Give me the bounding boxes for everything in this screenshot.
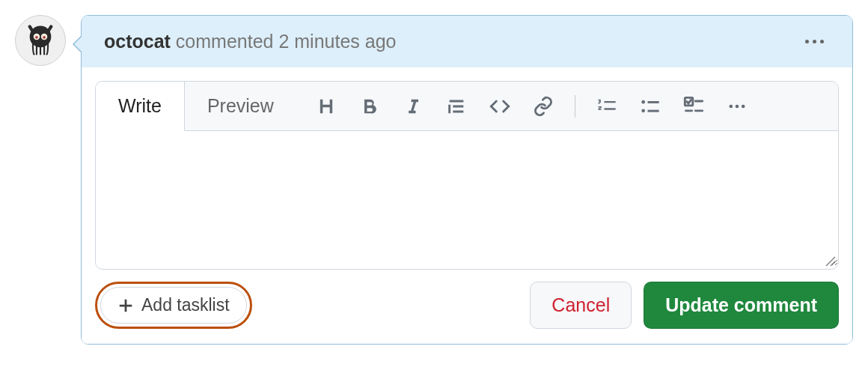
- tab-preview[interactable]: Preview: [185, 82, 296, 130]
- link-icon[interactable]: [531, 94, 555, 118]
- comment-action: commented: [176, 31, 274, 52]
- comment-header-text: octocat commented 2 minutes ago: [104, 31, 396, 52]
- bullet-list-icon[interactable]: [638, 94, 662, 118]
- formatting-toolbar: [296, 82, 838, 130]
- footer-row: Add tasklist Cancel Update comment: [95, 282, 839, 329]
- svg-point-4: [43, 36, 46, 39]
- svg-point-11: [735, 104, 739, 108]
- toolbar-row: Write Preview: [96, 82, 838, 131]
- toolbar-divider: [575, 95, 575, 118]
- cancel-button[interactable]: Cancel: [530, 282, 632, 329]
- comment-box: octocat commented 2 minutes ago Write Pr…: [81, 15, 853, 345]
- avatar[interactable]: [15, 15, 66, 66]
- svg-point-10: [729, 104, 733, 108]
- heading-icon[interactable]: [314, 94, 338, 118]
- add-tasklist-label: Add tasklist: [141, 295, 230, 315]
- comment-textarea[interactable]: [96, 131, 838, 266]
- tasklist-icon[interactable]: [682, 94, 706, 118]
- plus-icon: [117, 297, 134, 314]
- footer-actions: Cancel Update comment: [530, 282, 839, 329]
- comment-body: Write Preview: [82, 67, 852, 344]
- timeline-item: octocat commented 2 minutes ago Write Pr…: [15, 15, 853, 345]
- numbered-list-icon[interactable]: [595, 94, 619, 118]
- comment-header: octocat commented 2 minutes ago: [82, 16, 852, 67]
- quote-icon[interactable]: [444, 94, 468, 118]
- comment-timestamp: 2 minutes ago: [278, 31, 396, 52]
- svg-point-5: [641, 100, 645, 103]
- add-tasklist-button[interactable]: Add tasklist: [100, 287, 247, 324]
- kebab-menu-icon[interactable]: [799, 34, 830, 49]
- bold-icon[interactable]: [358, 94, 382, 118]
- textarea-wrap: [96, 131, 838, 269]
- update-comment-button[interactable]: Update comment: [644, 282, 839, 329]
- code-icon[interactable]: [488, 94, 512, 118]
- add-tasklist-highlight: Add tasklist: [95, 282, 252, 329]
- tab-write[interactable]: Write: [96, 82, 185, 131]
- italic-icon[interactable]: [401, 94, 425, 118]
- editor-container: Write Preview: [95, 81, 839, 270]
- svg-rect-7: [647, 101, 658, 103]
- more-icon[interactable]: [725, 94, 749, 118]
- octocat-icon: [20, 20, 61, 61]
- svg-point-6: [641, 109, 645, 112]
- svg-point-12: [742, 104, 745, 108]
- svg-rect-8: [647, 109, 658, 112]
- svg-point-3: [35, 36, 38, 39]
- comment-author[interactable]: octocat: [104, 31, 171, 52]
